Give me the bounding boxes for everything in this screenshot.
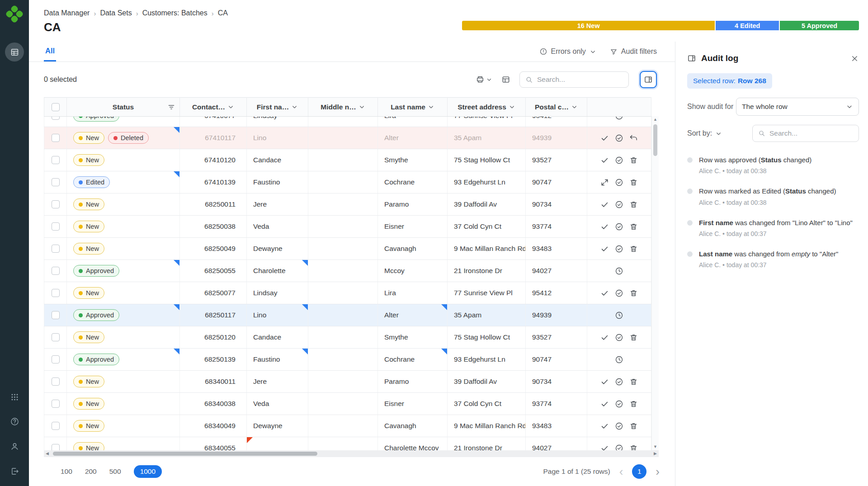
history-icon[interactable] <box>615 355 623 364</box>
undo-delete-icon[interactable] <box>629 134 638 142</box>
page-size-500[interactable]: 500 <box>109 467 121 476</box>
column-header-postal[interactable]: Postal c… <box>526 98 587 117</box>
chevron-down-icon[interactable] <box>428 104 434 110</box>
chevron-down-icon[interactable] <box>571 104 578 110</box>
delete-icon[interactable] <box>629 377 638 386</box>
approve-icon[interactable] <box>615 289 623 297</box>
accept-icon[interactable] <box>600 134 609 142</box>
horizontal-scrollbar-thumb[interactable] <box>53 452 317 456</box>
filter-icon[interactable] <box>167 103 175 111</box>
approve-icon[interactable] <box>615 422 623 430</box>
accept-icon[interactable] <box>600 400 609 408</box>
table-row[interactable]: New68250049DewayneCavanagh9 Mac Millan R… <box>44 238 651 260</box>
column-header-status[interactable]: Status <box>67 98 180 117</box>
prev-page-button[interactable]: ‹ <box>618 466 625 477</box>
chevron-down-icon[interactable] <box>359 104 365 110</box>
breadcrumb-item[interactable]: Data Manager <box>44 9 90 17</box>
delete-icon[interactable] <box>629 245 638 253</box>
tab-all[interactable]: All <box>44 42 56 61</box>
row-checkbox[interactable] <box>52 134 60 142</box>
approve-icon[interactable] <box>615 377 623 386</box>
accept-icon[interactable] <box>600 444 609 451</box>
table-row[interactable]: Edited67410139FaustinoCochrane93 Edgehur… <box>44 171 651 193</box>
apps-grid-icon[interactable] <box>10 393 19 403</box>
table-row[interactable]: Approved68250055CharoletteMccoy21 Ironst… <box>44 260 651 282</box>
sort-by-dropdown[interactable]: Sort by: <box>687 129 722 137</box>
table-row[interactable]: Approved68250117LinoAlter35 Apam94939 <box>44 304 651 326</box>
history-icon[interactable] <box>615 311 623 320</box>
accept-icon[interactable] <box>600 200 609 209</box>
accept-icon[interactable] <box>600 289 609 297</box>
accept-icon[interactable] <box>600 377 609 386</box>
history-icon[interactable] <box>615 267 623 275</box>
select-all-checkbox[interactable] <box>52 103 60 111</box>
row-checkbox[interactable] <box>52 156 60 164</box>
scroll-down-arrow-icon[interactable]: ▼ <box>653 445 657 449</box>
audit-filters-button[interactable]: Audit filters <box>610 47 657 56</box>
accept-icon[interactable] <box>600 222 609 231</box>
breadcrumb-item[interactable]: Data Sets <box>100 9 132 17</box>
row-checkbox[interactable] <box>52 444 60 450</box>
table-row[interactable]: NewDeleted67410117LinoAlter35 Apam94939 <box>44 127 651 149</box>
sidebar-item-data-tables[interactable] <box>5 42 24 61</box>
chevron-down-icon[interactable] <box>291 104 298 110</box>
column-header-last[interactable]: Last name <box>378 98 448 117</box>
table-row[interactable]: New68340049DewayneCavanagh9 Mac Millan R… <box>44 415 651 437</box>
approve-icon[interactable] <box>615 444 623 451</box>
table-row[interactable]: New68250077LindsayLira77 Sunrise View Pl… <box>44 282 651 304</box>
row-checkbox[interactable] <box>52 222 60 231</box>
accept-icon[interactable] <box>600 156 609 165</box>
approve-icon[interactable] <box>615 222 623 231</box>
vertical-scrollbar[interactable]: ▲ ▼ <box>651 116 659 450</box>
export-button[interactable] <box>476 75 492 84</box>
row-checkbox[interactable] <box>52 377 60 386</box>
delete-icon[interactable] <box>629 422 638 430</box>
delete-icon[interactable] <box>629 178 638 187</box>
row-checkbox[interactable] <box>52 400 60 408</box>
table-row[interactable]: Approved67410077LindsayLira77 Sunrise Vi… <box>44 117 651 127</box>
row-checkbox[interactable] <box>52 289 60 297</box>
row-checkbox[interactable] <box>52 117 60 120</box>
breadcrumb-item[interactable]: Customers: Batches <box>142 9 208 17</box>
audit-scope-select[interactable]: The whole row <box>736 98 859 116</box>
approve-icon[interactable] <box>615 134 623 142</box>
page-size-1000[interactable]: 1000 <box>134 465 162 478</box>
table-row[interactable]: New68340011JereParamo39 Daffodil Av90734 <box>44 371 651 393</box>
row-checkbox[interactable] <box>52 333 60 341</box>
delete-icon[interactable] <box>629 156 638 165</box>
current-page-button[interactable]: 1 <box>632 464 646 479</box>
row-checkbox[interactable] <box>52 355 60 363</box>
accept-icon[interactable] <box>600 333 609 342</box>
scroll-left-arrow-icon[interactable]: ◀ <box>46 451 49 456</box>
delete-icon[interactable] <box>629 333 638 342</box>
table-search[interactable] <box>519 71 629 88</box>
manage-columns-button[interactable] <box>501 75 510 84</box>
help-icon[interactable] <box>10 417 19 428</box>
chevron-down-icon[interactable] <box>227 104 234 110</box>
approve-icon[interactable] <box>615 200 623 209</box>
horizontal-scrollbar[interactable]: ◀ ▶ <box>44 450 659 457</box>
page-size-100[interactable]: 100 <box>61 467 72 476</box>
table-row[interactable]: New68340038VedaEisner37 Cold Cyn Ct93774 <box>44 393 651 415</box>
column-header-checkbox[interactable] <box>44 98 67 117</box>
row-checkbox[interactable] <box>52 178 60 186</box>
view-changes-icon[interactable] <box>600 178 609 187</box>
table-row[interactable]: New68250038VedaEisner37 Cold Cyn Ct93774 <box>44 216 651 238</box>
audit-search[interactable] <box>752 125 859 142</box>
column-header-middle[interactable]: Middle n… <box>308 98 378 117</box>
logout-icon[interactable] <box>10 467 19 478</box>
close-icon[interactable] <box>850 54 859 63</box>
row-checkbox[interactable] <box>52 267 60 275</box>
accept-icon[interactable] <box>600 245 609 253</box>
errors-only-toggle[interactable]: Errors only <box>539 47 596 56</box>
chevron-down-icon[interactable] <box>509 104 515 110</box>
table-row[interactable]: New68340055Charolette Mccoy21 Ironstone … <box>44 437 651 451</box>
delete-icon[interactable] <box>629 222 638 231</box>
table-row[interactable]: New68250120CandaceSmythe75 Stag Hollow C… <box>44 326 651 349</box>
row-checkbox[interactable] <box>52 311 60 319</box>
approve-icon[interactable] <box>615 333 623 342</box>
approve-icon[interactable] <box>615 178 623 187</box>
row-checkbox[interactable] <box>52 422 60 430</box>
scroll-right-arrow-icon[interactable]: ▶ <box>654 451 657 456</box>
audit-search-input[interactable] <box>769 129 853 137</box>
